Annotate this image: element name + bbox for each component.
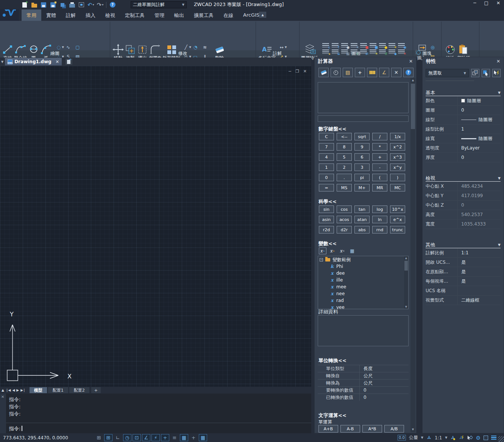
layer-copy-icon[interactable]: ☀ [368,49,378,54]
ribbon-tab-實體[interactable]: 實體 [41,9,61,21]
text-ops-label[interactable]: 文字運算<< [318,412,346,419]
ribbon-tab-註解[interactable]: 註解 [61,9,81,21]
sci-key-r2d[interactable]: r2d [319,226,334,233]
unit-conversion-label[interactable]: 單位轉換<< [318,357,346,364]
resize-grip[interactable] [498,436,504,442]
property-value[interactable]: 是 [457,267,501,276]
new-icon[interactable] [21,2,28,8]
layout-tab-模型[interactable]: 模型 [30,387,47,393]
sci-key-10^x[interactable]: 10^x [390,205,405,213]
toggle-pickadd-icon[interactable] [471,69,479,77]
layer-off-icon[interactable]: ↓ [321,42,330,48]
layer-unlock-icon[interactable]: ■ [368,42,378,48]
ribbon-tab-常用[interactable]: 常用 [22,9,41,21]
property-row[interactable]: 註解比例1:1 [426,248,501,258]
unit-precision-badge[interactable]: 0.0 [398,435,406,440]
print-icon[interactable] [69,2,75,8]
sci-key-e^x[interactable]: e^x [390,216,405,223]
property-value[interactable]: 417.0199 [457,191,501,200]
numpad-key-4[interactable]: 4 [319,153,334,161]
property-value[interactable]: 二維線框 [457,296,501,305]
plot-preview-icon[interactable] [59,2,66,8]
chevron-down-icon[interactable]: ▼ [62,46,65,49]
save-as-icon[interactable] [50,2,56,8]
textop-key-A/B[interactable]: A/B [384,425,404,433]
numpad-key-3[interactable]: 3 [354,163,370,171]
layer-lock-icon[interactable]: ■ [359,42,368,48]
layer-freeze-icon[interactable]: ● [340,42,349,48]
property-value[interactable]: 隨圖層 [457,115,501,124]
layer-translate-icon[interactable]: ◆ [387,49,396,54]
annotation-visibility-icon[interactable] [450,435,456,440]
variable-item-mee[interactable]: xmee [318,283,408,290]
property-row[interactable]: 透明度ByLayer [426,143,501,153]
property-value[interactable]: 隨圖層 [457,96,501,105]
property-row[interactable]: 視覺型式二維線框 [426,296,501,305]
numpad-key-C[interactable]: C [319,133,334,140]
numpad-key-9[interactable]: 9 [354,143,370,151]
variables-scrollbar[interactable]: ▲ ▼ [404,256,408,309]
sci-key-abs[interactable]: abs [354,226,370,233]
layer-isolate-icon[interactable]: ● [378,42,387,48]
numpad-key-M+[interactable]: M+ [354,184,370,191]
split-icon[interactable]: ≋ [202,44,208,51]
new-tab-button[interactable] [66,59,72,65]
ribbon-tab-檢視[interactable]: 檢視 [100,9,120,21]
layout-tab-配置2[interactable]: 配置2 [69,387,89,393]
help-icon[interactable]: ? [109,2,116,8]
chevron-down-icon[interactable]: ▼ [445,436,447,439]
scientific-section-label[interactable]: 科學<< [318,198,337,205]
layer-merge-icon[interactable]: ⇄ [359,49,368,54]
spline-icon[interactable]: ∿ [65,44,72,51]
sci-key-ln[interactable]: ln [372,216,387,223]
get-coordinates-icon[interactable]: + [355,68,365,77]
property-value[interactable]: 485.4234 [457,182,501,191]
transparency-icon[interactable]: ▦ [180,434,188,441]
numpad-key-6[interactable]: 6 [354,153,370,161]
attribute-define-icon[interactable]: ◎ [429,44,436,51]
property-row[interactable]: 中心點 Y417.0199 [426,191,501,201]
distance-icon[interactable] [367,68,377,77]
unit-row-value[interactable]: 0 [359,394,409,401]
numpad-key-MS[interactable]: MS [337,184,352,191]
numpad-key-1[interactable]: 1 [319,163,334,171]
publish-icon[interactable] [78,2,85,8]
next-layout-icon[interactable]: ▶ [16,388,19,392]
layer-match-icon[interactable]: ✓ [350,49,359,54]
variable-item-Phi[interactable]: kPhi [318,263,408,270]
numpad-key-=[interactable]: = [319,184,334,191]
history-icon[interactable] [331,68,341,77]
property-row[interactable]: 中心點 X485.4234 [426,182,501,191]
property-row[interactable]: UCS 名稱 [426,286,501,296]
delete-variable-icon[interactable]: x✕ [339,247,346,254]
property-row[interactable]: 線型比例1 [426,125,501,134]
numpad-key-MR[interactable]: MR [372,184,387,191]
property-row[interactable]: 線寬隨圖層 [426,134,501,143]
numpad-section-label[interactable]: 數字鍵盤<< [318,126,346,132]
layer-previous-icon[interactable]: ⇊ [331,49,340,54]
section-other-header[interactable]: 其他▼ [426,242,501,248]
new-variable-icon[interactable]: x+ [319,247,326,254]
unit-row-value[interactable]: 0 [359,387,409,394]
numpad-key-x^2[interactable]: x^2 [390,143,405,151]
new-layout-button[interactable]: + [91,387,101,393]
collapse-icon[interactable]: − [320,258,323,261]
sci-key-acos[interactable]: acos [337,216,352,223]
textop-key-A-B[interactable]: A-B [340,425,360,433]
layer-unisolate-icon[interactable]: ☀ [387,42,396,48]
sci-key-rnd[interactable]: rnd [372,226,387,233]
ribbon-tab-輸出[interactable]: 輸出 [169,9,189,21]
close-button[interactable]: ✕ [496,0,500,6]
minimize-button[interactable]: ─ [473,0,476,6]
property-row[interactable]: 中心點 Z0 [426,201,501,210]
command-window[interactable]: ✕ 指令:指令:指令: 指令: [0,394,311,433]
command-prompt[interactable]: 指令: [9,425,22,432]
sci-key-atan[interactable]: atan [354,216,370,223]
calculator-input[interactable] [318,115,409,122]
section-view-header[interactable]: 檢視▼ [426,175,501,182]
angle-snap-icon[interactable]: ∠ [142,434,150,441]
close-calculator-icon[interactable]: ✕ [409,59,413,64]
undo-button[interactable]: ↶▾ [87,2,94,8]
layout-tab-配置1[interactable]: 配置1 [48,387,68,393]
ortho-icon[interactable]: ∟ [114,434,122,441]
